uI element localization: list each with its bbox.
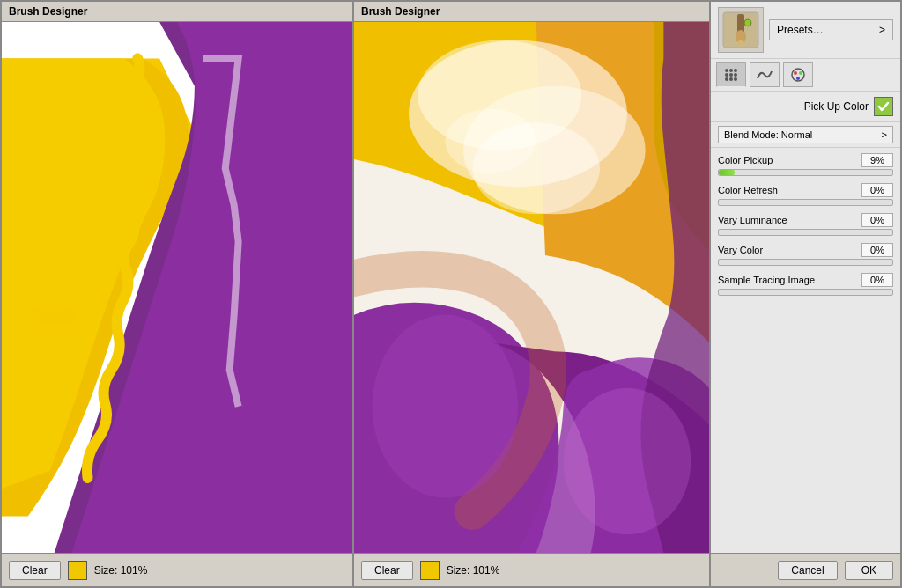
left-canvas-art: [2, 22, 352, 553]
pick-up-color-checkbox[interactable]: [874, 97, 893, 116]
color-pickup-label: Color Pickup: [718, 155, 773, 165]
svg-point-23: [729, 77, 733, 81]
color-refresh-track[interactable]: [718, 199, 893, 206]
presets-container: Presets… >: [769, 19, 893, 40]
left-panel-title: Brush Designer: [2, 2, 352, 22]
presets-button[interactable]: Presets… >: [769, 19, 893, 40]
color-pickup-row: Color Pickup: [718, 153, 893, 176]
svg-point-14: [737, 40, 744, 46]
svg-point-24: [734, 77, 737, 81]
svg-point-8: [564, 388, 691, 534]
color-refresh-row: Color Refresh: [718, 183, 893, 206]
svg-point-27: [799, 71, 802, 75]
pick-up-color-row: Pick Up Color: [711, 92, 900, 122]
svg-point-10: [445, 109, 536, 173]
color-pickup-value[interactable]: [861, 153, 893, 167]
tab-texture[interactable]: [716, 62, 746, 87]
left-clear-button[interactable]: Clear: [9, 561, 61, 580]
middle-clear-button[interactable]: Clear: [361, 561, 413, 580]
content-area: Brush Designer: [2, 2, 900, 586]
presets-arrow: >: [879, 24, 885, 36]
cancel-button[interactable]: Cancel: [778, 561, 837, 580]
presets-label: Presets…: [777, 24, 824, 36]
svg-point-7: [373, 315, 518, 498]
middle-footer: Clear Size: 101%: [354, 553, 709, 586]
color-tab-icon: [789, 66, 807, 84]
brush-icon-box: [718, 7, 764, 53]
brush-icon: [721, 11, 760, 49]
sample-tracing-track[interactable]: [718, 289, 893, 296]
middle-canvas-art: [354, 22, 709, 553]
color-pickup-track[interactable]: [718, 169, 893, 176]
ok-button[interactable]: OK: [845, 561, 893, 580]
svg-point-1: [46, 191, 99, 218]
vary-color-track[interactable]: [718, 259, 893, 266]
right-top-row: Presets… >: [711, 2, 900, 59]
blend-mode-arrow: >: [882, 129, 887, 140]
svg-point-28: [796, 77, 800, 80]
vary-color-value[interactable]: [861, 243, 893, 257]
middle-panel-title: Brush Designer: [354, 2, 709, 22]
middle-panel: Brush Designer: [354, 2, 711, 586]
tab-stroke[interactable]: [750, 62, 780, 87]
blend-mode-dropdown[interactable]: Blend Mode: Normal >: [718, 126, 893, 143]
right-panel: Presets… >: [711, 2, 900, 586]
sample-tracing-value[interactable]: [861, 273, 893, 287]
left-panel: Brush Designer: [2, 2, 354, 586]
left-color-swatch[interactable]: [68, 561, 87, 580]
vary-luminance-label: Vary Luminance: [718, 215, 787, 225]
vary-color-row: Vary Color: [718, 243, 893, 266]
svg-point-16: [725, 69, 728, 72]
middle-color-swatch[interactable]: [420, 561, 440, 580]
color-refresh-value[interactable]: [861, 183, 893, 197]
main-window: Brush Designer: [0, 0, 902, 588]
blend-mode-row: Blend Mode: Normal >: [711, 122, 900, 148]
color-refresh-label: Color Refresh: [718, 185, 778, 195]
svg-point-18: [734, 69, 737, 72]
svg-point-22: [725, 77, 728, 81]
sample-tracing-label: Sample Tracing Image: [718, 275, 815, 285]
vary-luminance-value[interactable]: [861, 213, 893, 227]
sample-tracing-row: Sample Tracing Image: [718, 273, 893, 296]
svg-point-2: [33, 304, 77, 326]
pick-up-color-label: Pick Up Color: [804, 100, 869, 113]
right-footer: Cancel OK: [711, 553, 900, 586]
svg-point-21: [734, 73, 737, 77]
vary-color-label: Vary Color: [718, 245, 763, 255]
vary-luminance-track[interactable]: [718, 229, 893, 236]
left-footer: Clear Size: 101%: [2, 553, 352, 586]
svg-point-26: [794, 71, 797, 75]
slider-section: Color Pickup Color Refresh: [711, 148, 900, 553]
svg-point-15: [744, 19, 751, 26]
svg-point-17: [729, 69, 733, 72]
svg-point-20: [729, 73, 733, 77]
texture-tab-icon: [722, 66, 740, 84]
blend-mode-label: Blend Mode: Normal: [724, 129, 812, 140]
tab-color[interactable]: [783, 62, 813, 87]
tab-row: [711, 59, 900, 92]
stroke-tab-icon: [756, 66, 773, 84]
color-pickup-fill: [719, 170, 735, 175]
checkmark-icon: [877, 100, 890, 113]
vary-luminance-row: Vary Luminance: [718, 213, 893, 236]
left-canvas: [2, 22, 352, 553]
left-size-label: Size: 101%: [94, 564, 148, 577]
middle-size-label: Size: 101%: [447, 564, 500, 577]
middle-canvas: [354, 22, 709, 553]
svg-point-19: [725, 73, 728, 77]
